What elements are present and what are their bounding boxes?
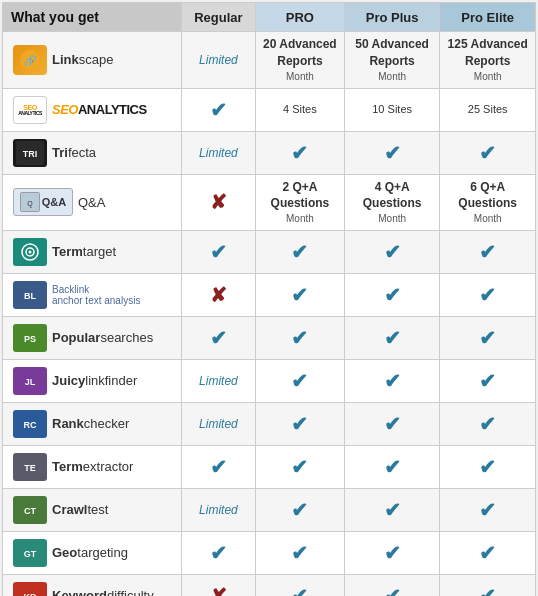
pro-elite-keyword: ✔ [440, 575, 536, 596]
limited-text: Limited [199, 53, 238, 67]
tool-name-backlink: Backlinkanchor text analysis [52, 284, 140, 306]
svg-text:🔗: 🔗 [24, 54, 37, 67]
regular-geotargeting: ✔ [181, 532, 255, 575]
regular-seoanalytics: ✔ [181, 88, 255, 131]
tool-name-seoanalytics: SEOANALYTICS [52, 102, 147, 117]
pro-plus-juicy: ✔ [344, 360, 440, 403]
limited-text: Limited [199, 503, 238, 517]
row-qa: Q Q&A Q&A✘2 Q+A QuestionsMonth4 Q+A Ques… [3, 174, 536, 231]
cell-value: 125 Advanced ReportsMonth [446, 36, 529, 84]
regular-rankchecker: Limited [181, 403, 255, 446]
pro-elite-termtarget: ✔ [440, 231, 536, 274]
tool-name-termtarget: Termtarget [52, 244, 116, 260]
header-pro-plus: Pro Plus [344, 3, 440, 32]
pro-elite-rankchecker: ✔ [440, 403, 536, 446]
tool-icon-trifecta: TRI [13, 139, 47, 167]
row-popular: PS Popularsearches✔✔✔✔ [3, 317, 536, 360]
cross-icon: ✘ [210, 191, 227, 213]
check-icon: ✔ [291, 499, 308, 521]
tool-name-linkscape: Linkscape [52, 52, 113, 68]
tool-cell-seoanalytics: SEO ANALYTICS SEOANALYTICS [3, 88, 182, 131]
regular-popular: ✔ [181, 317, 255, 360]
regular-qa: ✘ [181, 174, 255, 231]
tool-cell-rankchecker: RC Rankchecker [3, 403, 182, 446]
pro-crawltest: ✔ [255, 489, 344, 532]
tool-icon-termtarget [13, 238, 47, 266]
regular-crawltest: Limited [181, 489, 255, 532]
tool-name-trifecta: Trifecta [52, 145, 96, 161]
pro-elite-geotargeting: ✔ [440, 532, 536, 575]
cell-value: 4 Q+A QuestionsMonth [351, 179, 434, 227]
check-icon: ✔ [479, 142, 496, 164]
pro-plus-popular: ✔ [344, 317, 440, 360]
svg-text:KD: KD [24, 592, 37, 596]
tool-name-geotargeting: Geotargeting [52, 545, 128, 561]
check-icon: ✔ [210, 99, 227, 121]
cell-value: 2 Q+A QuestionsMonth [262, 179, 338, 227]
pro-backlink: ✔ [255, 274, 344, 317]
check-icon: ✔ [384, 241, 401, 263]
cell-value: 10 Sites [351, 102, 434, 117]
regular-juicy: Limited [181, 360, 255, 403]
tool-cell-backlink: BL Backlinkanchor text analysis [3, 274, 182, 317]
tool-icon-keyword: KD [13, 582, 47, 596]
pro-plus-termtarget: ✔ [344, 231, 440, 274]
pro-termtarget: ✔ [255, 231, 344, 274]
pro-plus-backlink: ✔ [344, 274, 440, 317]
pro-keyword: ✔ [255, 575, 344, 596]
check-icon: ✔ [479, 499, 496, 521]
check-icon: ✔ [291, 241, 308, 263]
check-icon: ✔ [210, 241, 227, 263]
tool-cell-termtarget: Termtarget [3, 231, 182, 274]
check-icon: ✔ [479, 327, 496, 349]
header-what-you-get: What you get [3, 3, 182, 32]
tool-name-termextractor: Termextractor [52, 459, 133, 475]
svg-text:BL: BL [24, 291, 36, 301]
check-icon: ✔ [210, 456, 227, 478]
check-icon: ✔ [384, 370, 401, 392]
pro-elite-juicy: ✔ [440, 360, 536, 403]
check-icon: ✔ [384, 585, 401, 596]
pro-plus-geotargeting: ✔ [344, 532, 440, 575]
pro-seoanalytics: 4 Sites [255, 88, 344, 131]
cell-value: 25 Sites [446, 102, 529, 117]
check-icon: ✔ [291, 142, 308, 164]
pro-juicy: ✔ [255, 360, 344, 403]
svg-text:TRI: TRI [23, 149, 38, 159]
tool-name-rankchecker: Rankchecker [52, 416, 129, 432]
pro-plus-trifecta: ✔ [344, 131, 440, 174]
header-pro-elite: Pro Elite [440, 3, 536, 32]
pro-elite-termextractor: ✔ [440, 446, 536, 489]
check-icon: ✔ [291, 413, 308, 435]
cell-value: 20 Advanced ReportsMonth [262, 36, 338, 84]
check-icon: ✔ [479, 284, 496, 306]
cross-icon: ✘ [210, 284, 227, 306]
tool-icon-popular: PS [13, 324, 47, 352]
pro-elite-seoanalytics: 25 Sites [440, 88, 536, 131]
tool-icon-rankchecker: RC [13, 410, 47, 438]
svg-point-9 [29, 251, 32, 254]
limited-text: Limited [199, 374, 238, 388]
tool-cell-geotargeting: GT Geotargeting [3, 532, 182, 575]
tool-icon-juicy: JL [13, 367, 47, 395]
tool-cell-linkscape: 🔗 Linkscape [3, 32, 182, 89]
check-icon: ✔ [384, 413, 401, 435]
tool-icon-backlink: BL [13, 281, 47, 309]
tool-icon-geotargeting: GT [13, 539, 47, 567]
check-icon: ✔ [291, 456, 308, 478]
pro-plus-crawltest: ✔ [344, 489, 440, 532]
pro-elite-qa: 6 Q+A QuestionsMonth [440, 174, 536, 231]
pro-linkscape: 20 Advanced ReportsMonth [255, 32, 344, 89]
tool-cell-termextractor: TE Termextractor [3, 446, 182, 489]
cell-value: 4 Sites [262, 102, 338, 117]
pro-rankchecker: ✔ [255, 403, 344, 446]
cross-icon: ✘ [210, 585, 227, 596]
header-pro: PRO [255, 3, 344, 32]
row-trifecta: TRI TrifectaLimited✔✔✔ [3, 131, 536, 174]
row-seoanalytics: SEO ANALYTICS SEOANALYTICS✔4 Sites10 Sit… [3, 88, 536, 131]
row-termtarget: Termtarget✔✔✔✔ [3, 231, 536, 274]
tool-cell-keyword: KD Keyworddifficulty [3, 575, 182, 596]
row-rankchecker: RC RankcheckerLimited✔✔✔ [3, 403, 536, 446]
regular-termextractor: ✔ [181, 446, 255, 489]
check-icon: ✔ [210, 327, 227, 349]
